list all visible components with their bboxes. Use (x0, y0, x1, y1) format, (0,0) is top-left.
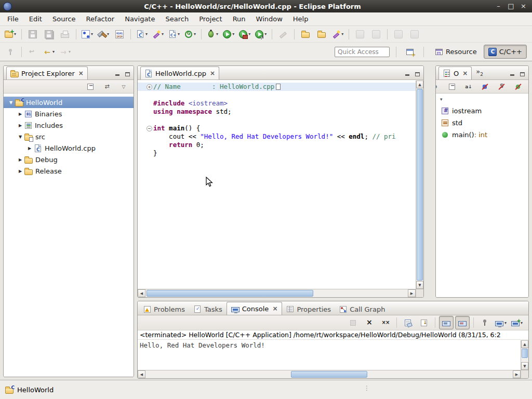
outline-list[interactable]: ▾ iostreamstdmain() : int (436, 94, 528, 297)
tab-call-graph[interactable]: Call Graph (335, 303, 389, 315)
tab-properties[interactable]: Properties (282, 303, 335, 315)
menu-project[interactable]: Project (194, 12, 227, 25)
scrollbar-thumb[interactable] (522, 349, 528, 358)
open-perspective-button[interactable] (403, 45, 417, 59)
dropdown-arrow-icon[interactable]: ▾ (216, 32, 218, 36)
external-tools-button[interactable]: ▾ (237, 28, 252, 41)
debug-button[interactable]: ▾ (205, 28, 220, 41)
code-line-5[interactable] (138, 116, 416, 124)
expand-arrow-icon[interactable]: ▶ (16, 169, 24, 174)
hide-static-members-button[interactable] (495, 80, 509, 94)
tab-helloworld-cpp[interactable]: HelloWorld.cpp × (140, 66, 219, 79)
tree-item-helloworld[interactable]: ▼HelloWorld (4, 97, 134, 108)
scroll-right-arrow[interactable]: ▶ (513, 370, 521, 378)
open-declaration-button[interactable] (298, 28, 313, 41)
tab-outline[interactable]: O × (438, 66, 472, 79)
code-line-3[interactable]: #include <iostream> (138, 99, 416, 108)
collapse-arrow-icon[interactable]: ▼ (16, 135, 24, 139)
menu-search[interactable]: Search (160, 12, 194, 25)
close-window-button[interactable]: × (518, 2, 529, 11)
code-line-6[interactable]: −int main() { (138, 124, 416, 132)
scroll-right-arrow[interactable]: ▶ (408, 289, 416, 297)
scroll-up-arrow[interactable]: ▲ (416, 81, 423, 88)
expand-arrow-icon[interactable]: ▶ (16, 157, 24, 162)
fold-minus-icon[interactable]: − (147, 126, 152, 131)
remove-launch-button[interactable] (362, 316, 377, 329)
expand-arrow-icon[interactable]: ▶ (25, 146, 34, 151)
link-with-editor-button[interactable] (435, 80, 443, 94)
code-generation-button[interactable]: ▾ (183, 28, 197, 41)
maximize-view-button[interactable] (123, 70, 132, 77)
dropdown-arrow-icon[interactable]: ▾ (248, 32, 250, 36)
quick-access-input[interactable] (335, 47, 390, 57)
minimize-view-button[interactable] (113, 70, 122, 77)
dropdown-arrow-icon[interactable]: ▾ (69, 49, 71, 54)
clear-console-button[interactable] (401, 316, 415, 329)
dropdown-arrow-icon[interactable]: ▾ (162, 32, 164, 36)
code-line-8[interactable]: return 0; (138, 141, 416, 149)
code-line-7[interactable]: cout << "Hello, Red Hat Developers World… (138, 132, 416, 141)
profile-button[interactable]: ▾ (254, 28, 268, 41)
dropdown-arrow-icon[interactable]: ▾ (264, 32, 267, 36)
collapse-all-button[interactable] (445, 80, 459, 94)
view-menu-button[interactable] (116, 80, 131, 94)
hide-non-public-members-button[interactable] (511, 80, 526, 94)
open-console-button[interactable]: ▾ (510, 316, 524, 329)
editor-horizontal-scrollbar[interactable]: ◀ ▶ (138, 289, 416, 297)
menu-edit[interactable]: Edit (24, 12, 47, 25)
menu-refactor[interactable]: Refactor (81, 12, 120, 25)
build-active-configuration-button[interactable] (112, 28, 127, 41)
menu-help[interactable]: Help (288, 12, 314, 25)
max-window-button[interactable]: □ (506, 2, 516, 11)
scroll-left-arrow[interactable]: ◀ (138, 289, 145, 297)
sort-button[interactable] (461, 80, 476, 94)
link-with-editor-button[interactable] (100, 80, 114, 94)
outline-item-iostream[interactable]: iostream (436, 105, 528, 117)
console-vertical-scrollbar[interactable]: ▲ ▼ (521, 340, 528, 370)
tab-project-explorer[interactable]: Project Explorer × (6, 66, 88, 79)
run-button[interactable]: ▾ (221, 28, 236, 41)
scroll-down-arrow[interactable]: ▼ (521, 362, 528, 370)
dropdown-arrow-icon[interactable]: ▾ (232, 32, 234, 36)
dropdown-arrow-icon[interactable]: ▾ (145, 32, 148, 36)
pin-console-button[interactable] (477, 316, 492, 329)
hidden-tabs-indicator[interactable]: »2 (476, 68, 483, 79)
code-line-4[interactable]: using namespace std; (138, 108, 416, 116)
fold-plus-icon[interactable]: + (147, 84, 152, 90)
new-cpp-project-button[interactable]: ▾ (80, 28, 95, 41)
dropdown-arrow-icon[interactable]: ▾ (341, 32, 343, 36)
dropdown-arrow-icon[interactable]: ▾ (52, 49, 55, 54)
view-menu-chevron-icon[interactable]: ▾ (436, 95, 528, 105)
menu-source[interactable]: Source (47, 12, 81, 25)
scroll-down-arrow[interactable]: ▼ (416, 281, 423, 289)
project-tree[interactable]: ▼HelloWorld▶Binaries▶Includes▼src▶HelloW… (4, 94, 134, 377)
outline-item-main-[interactable]: main() : int (436, 129, 528, 141)
scroll-up-arrow[interactable]: ▲ (521, 340, 528, 348)
tab-problems[interactable]: Problems (139, 303, 189, 315)
display-selected-console-button[interactable]: ▾ (494, 316, 508, 329)
close-icon[interactable]: × (272, 305, 277, 312)
menu-file[interactable]: File (2, 12, 24, 25)
show-console-on-stderr-button[interactable] (455, 316, 470, 329)
dropdown-arrow-icon[interactable]: ▾ (194, 32, 196, 36)
show-console-on-stdout-button[interactable] (439, 316, 454, 329)
collapse-arrow-icon[interactable]: ▼ (7, 100, 15, 105)
dropdown-arrow-icon[interactable]: ▾ (504, 321, 507, 325)
maximize-view-button[interactable] (518, 70, 527, 77)
open-resource-button[interactable] (314, 28, 329, 41)
scrollbar-thumb[interactable] (417, 89, 423, 281)
scrollbar-thumb[interactable] (291, 371, 367, 378)
new-class-button[interactable]: ▾ (151, 28, 165, 41)
tree-item-includes[interactable]: ▶Includes (4, 119, 134, 131)
sash-grip[interactable]: ⋮ (364, 384, 370, 392)
editor-vertical-scrollbar[interactable]: ▲ ▼ (416, 81, 423, 289)
expand-arrow-icon[interactable]: ▶ (16, 112, 24, 116)
menu-run[interactable]: Run (228, 12, 251, 25)
dropdown-arrow-icon[interactable]: ▾ (91, 32, 93, 36)
console-horizontal-scrollbar[interactable]: ◀ ▶ (138, 370, 521, 378)
tab-console[interactable]: Console× (227, 302, 283, 315)
min-window-button[interactable]: – (493, 2, 504, 11)
hide-fields-button[interactable] (478, 80, 493, 94)
tree-item-release[interactable]: ▶Release (4, 165, 134, 177)
perspective-c-c-[interactable]: C/C++ (484, 45, 527, 59)
